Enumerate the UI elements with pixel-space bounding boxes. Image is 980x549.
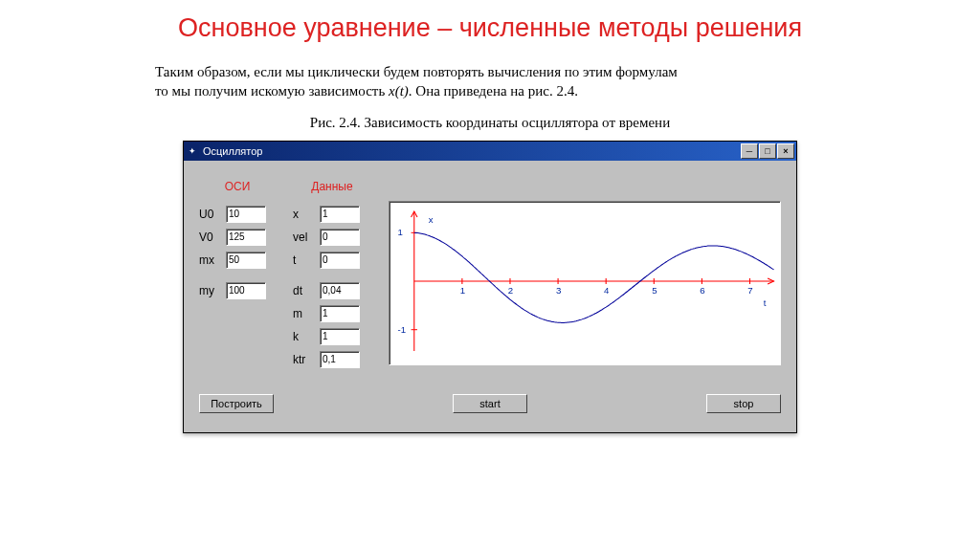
- input-m[interactable]: [320, 305, 360, 322]
- figure-caption: Рис. 2.4. Зависимость координаты осцилля…: [0, 115, 980, 131]
- label-V0: V0: [199, 231, 220, 244]
- input-U0[interactable]: [226, 206, 266, 223]
- stop-button[interactable]: stop: [706, 394, 781, 413]
- app-window: ✦ Осциллятор ─ □ × ОСИ U0 V0: [183, 141, 797, 433]
- label-dt: dt: [293, 284, 314, 297]
- svg-text:t: t: [764, 298, 767, 308]
- svg-text:5: 5: [652, 286, 657, 296]
- desc-line1: Таким образом, если мы циклически будем …: [155, 62, 825, 81]
- input-mx[interactable]: [226, 252, 266, 269]
- svg-text:-1: -1: [398, 324, 407, 334]
- label-U0: U0: [199, 208, 220, 221]
- axes-header: ОСИ: [199, 180, 276, 195]
- svg-text:6: 6: [700, 286, 704, 296]
- input-my[interactable]: [226, 282, 266, 299]
- label-t: t: [293, 253, 314, 267]
- svg-text:1: 1: [460, 286, 465, 296]
- data-column: Данные x vel t dt m: [293, 180, 371, 371]
- description: Таким образом, если мы циклически будем …: [155, 62, 825, 101]
- label-m: m: [293, 307, 314, 320]
- build-button[interactable]: Построить: [199, 394, 274, 413]
- axes-column: ОСИ U0 V0 mx my: [199, 180, 276, 371]
- label-k: k: [293, 330, 314, 343]
- svg-text:2: 2: [508, 286, 513, 296]
- label-my: my: [199, 284, 220, 297]
- plot-area: 1234567-11xt: [389, 201, 781, 365]
- data-header: Данные: [293, 180, 371, 195]
- app-icon: ✦: [186, 144, 199, 158]
- label-x: x: [293, 208, 314, 221]
- start-button[interactable]: start: [453, 394, 527, 413]
- input-k[interactable]: [320, 328, 360, 345]
- close-button[interactable]: ×: [777, 143, 794, 159]
- input-V0[interactable]: [226, 229, 266, 246]
- label-mx: mx: [199, 253, 220, 267]
- svg-text:3: 3: [556, 286, 561, 296]
- input-t[interactable]: [320, 252, 360, 269]
- label-ktr: ktr: [293, 353, 314, 366]
- input-ktr[interactable]: [320, 351, 360, 368]
- svg-text:1: 1: [398, 228, 403, 237]
- svg-text:4: 4: [604, 286, 609, 296]
- input-x[interactable]: [320, 206, 360, 223]
- svg-text:7: 7: [747, 286, 752, 296]
- input-vel[interactable]: [320, 229, 360, 246]
- window-title: Осциллятор: [203, 145, 740, 157]
- titlebar[interactable]: ✦ Осциллятор ─ □ ×: [184, 142, 796, 161]
- page-title: Основное уравнение – численные методы ре…: [0, 13, 980, 43]
- desc-line2: то мы получим искомую зависимость x(t). …: [155, 81, 825, 100]
- maximize-button[interactable]: □: [759, 143, 776, 159]
- minimize-button[interactable]: ─: [741, 143, 758, 159]
- input-dt[interactable]: [320, 282, 360, 299]
- svg-text:x: x: [429, 215, 434, 225]
- label-vel: vel: [293, 231, 314, 244]
